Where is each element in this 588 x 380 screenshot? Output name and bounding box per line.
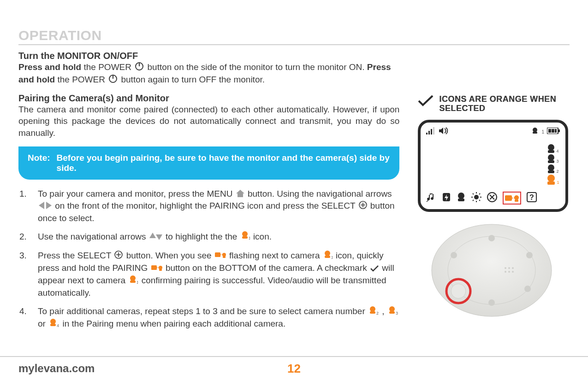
cam1-label: 1: [557, 180, 559, 185]
cam4-label: 4: [556, 149, 558, 153]
select-plus-icon: [359, 200, 367, 212]
camera4-icon: 4: [49, 318, 59, 331]
svg-point-89: [451, 252, 457, 258]
brightness-icon: [471, 192, 481, 204]
svg-rect-36: [389, 311, 395, 314]
svg-point-64: [458, 193, 464, 199]
status-top-right: 1: [531, 127, 560, 136]
cam2-label: 2: [556, 169, 558, 174]
s4d: in the Pairing menu when pairing each ad…: [62, 319, 285, 328]
pairing-anim-icon: [215, 250, 226, 262]
charge-icon: [442, 192, 451, 204]
s2b: to highlight the the: [166, 232, 240, 241]
cancel-icon: [487, 192, 497, 204]
svg-marker-45: [439, 128, 443, 134]
svg-point-57: [548, 164, 554, 171]
cam1-sub: 1: [541, 129, 544, 134]
svg-point-22: [325, 251, 330, 256]
s3e: button on the BOTTOM of the camera. A ch…: [166, 263, 369, 273]
svg-text:4: 4: [57, 323, 59, 327]
camera-list: 4 3 2 1: [546, 144, 559, 185]
s4a: To pair additional cameras, repeat steps…: [38, 306, 368, 316]
arrows-lr-icon: [39, 200, 52, 212]
svg-point-66: [474, 195, 479, 199]
svg-rect-13: [242, 236, 248, 239]
svg-rect-49: [548, 129, 551, 133]
icons-orange-callout: ICONS ARE ORANGE WHEN SELECTED: [418, 95, 570, 113]
check-icon: [370, 263, 379, 275]
text-2c: button again to turn OFF the monitor.: [119, 75, 265, 84]
status-top-left: [426, 127, 448, 136]
left-column: Turn the MONITOR ON/OFF Press and hold t…: [18, 49, 399, 337]
svg-rect-42: [428, 131, 430, 134]
pairing-heading: Pairing the Camera(s) and Monitor: [18, 93, 399, 104]
svg-rect-54: [548, 150, 554, 153]
svg-point-87: [488, 299, 495, 306]
step-1: To pair your camera and monitor, press t…: [35, 188, 399, 224]
svg-marker-11: [156, 234, 162, 240]
svg-rect-23: [325, 256, 330, 258]
content-columns: Turn the MONITOR ON/OFF Press and hold t…: [18, 49, 570, 337]
svg-point-32: [370, 306, 375, 312]
s4c: or: [38, 319, 48, 328]
svg-rect-58: [548, 170, 554, 173]
svg-marker-6: [46, 202, 52, 209]
s1b: button. Using the navigational arrows: [248, 189, 392, 199]
select-plus-icon: [114, 250, 123, 262]
text-1b: the POWER: [81, 62, 134, 72]
pairing-anim-icon: [151, 263, 162, 275]
camera-menu-icon: [457, 192, 466, 204]
step-4: To pair additional cameras, repeat steps…: [35, 305, 399, 331]
svg-marker-4: [236, 190, 244, 197]
svg-rect-80: [515, 199, 518, 202]
svg-rect-44: [433, 127, 434, 134]
steps-list: To pair your camera and monitor, press t…: [35, 188, 399, 331]
svg-point-91: [505, 267, 506, 269]
s3a: Press the SELECT: [38, 251, 113, 260]
text-1c: button on the side of the monitor to tur…: [145, 62, 367, 72]
svg-rect-50: [552, 129, 554, 133]
s3c: flashing next to camera: [229, 251, 322, 260]
arrows-ud-icon: [149, 231, 162, 243]
camera-bottom-illustration: [418, 222, 565, 319]
svg-text:1: 1: [137, 280, 138, 284]
svg-point-92: [508, 267, 510, 269]
music-icon: [426, 192, 436, 204]
camera1-icon: 1: [129, 275, 138, 287]
camera-list-item-2: 2: [546, 164, 558, 174]
svg-rect-25: [151, 265, 157, 270]
s3b: button. When you see: [126, 251, 214, 260]
s1c: on the front of the monitor, highlight t…: [55, 201, 357, 210]
svg-point-93: [512, 267, 514, 269]
svg-rect-60: [547, 181, 555, 185]
svg-text:3: 3: [396, 311, 398, 315]
monitor-onoff-heading: Turn the MONITOR ON/OFF: [18, 51, 399, 61]
check-icon: [418, 95, 434, 109]
note-body: Before you begin pairing, be sure to hav…: [57, 153, 391, 173]
svg-point-97: [451, 284, 466, 298]
footer-url: mylevana.com: [18, 362, 95, 375]
camera-small-icon: [531, 127, 539, 136]
svg-marker-10: [149, 233, 156, 238]
svg-point-55: [548, 154, 554, 161]
svg-rect-51: [555, 129, 557, 133]
svg-point-79: [514, 195, 519, 200]
menu-bottom-row: ?: [426, 192, 560, 205]
svg-text:1: 1: [331, 255, 333, 259]
note-box: Note: Before you begin pairing, be sure …: [18, 146, 399, 180]
battery-icon: [547, 128, 560, 136]
home-icon: [236, 188, 244, 200]
svg-rect-27: [159, 269, 162, 271]
svg-point-29: [130, 275, 136, 281]
camera1-icon: 1: [241, 231, 250, 243]
right-column: ICONS ARE ORANGE WHEN SELECTED 1 4: [418, 49, 570, 337]
svg-point-59: [547, 175, 555, 182]
svg-point-86: [488, 235, 495, 241]
svg-rect-52: [558, 129, 560, 132]
s1a: To pair your camera and monitor, press t…: [38, 189, 235, 199]
svg-point-88: [526, 252, 533, 258]
monitor-onoff-body: Press and hold the POWER button on the s…: [18, 61, 399, 87]
pairing-menu-selected: [503, 192, 521, 205]
step-3: Press the SELECT button. When you see fl…: [35, 250, 399, 299]
volume-icon: [439, 127, 448, 136]
